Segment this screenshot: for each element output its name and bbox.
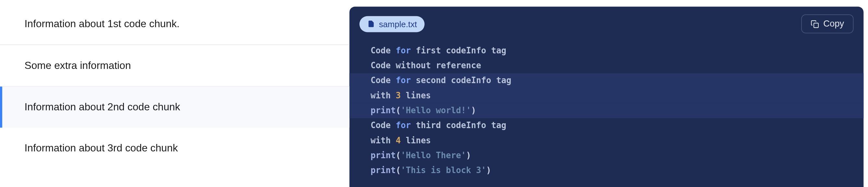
code-panel: sample.txt Copy Code for first codeInfo … (349, 0, 868, 187)
code-line: Code without reference (349, 58, 864, 73)
copy-button[interactable]: Copy (801, 14, 854, 33)
info-item-active[interactable]: Information about 2nd code chunk (0, 87, 349, 128)
code-line: print('Hello world!') (349, 103, 864, 118)
info-sidebar: Information about 1st code chunk. Some e… (0, 0, 349, 187)
code-line: Code for first codeInfo tag (349, 43, 864, 58)
info-item[interactable]: Information about 3rd code chunk (0, 128, 349, 169)
svg-rect-0 (813, 23, 818, 28)
code-line: with 4 lines (349, 133, 864, 148)
code-line: Code for third codeInfo tag (349, 118, 864, 133)
copy-icon (811, 20, 819, 28)
info-item-label: Information about 1st code chunk. (24, 18, 179, 30)
code-line: with 3 lines (349, 88, 864, 103)
file-name: sample.txt (379, 19, 417, 29)
file-badge[interactable]: sample.txt (360, 16, 425, 32)
code-line: print('This is block 3') (349, 163, 864, 178)
code-line: print('Hello There') (349, 148, 864, 163)
info-item[interactable]: Some extra information (0, 45, 349, 87)
code-block: sample.txt Copy Code for first codeInfo … (349, 7, 864, 187)
file-icon (367, 20, 375, 28)
copy-label: Copy (823, 19, 844, 29)
info-item-label: Some extra information (24, 60, 131, 71)
code-line: Code for second codeInfo tag (349, 73, 864, 88)
code-header: sample.txt Copy (349, 7, 864, 39)
code-content[interactable]: Code for first codeInfo tagCode without … (349, 39, 864, 187)
info-item-label: Information about 3rd code chunk (24, 142, 178, 154)
info-item[interactable]: Information about 1st code chunk. (0, 13, 349, 45)
info-item-label: Information about 2nd code chunk (24, 101, 180, 113)
